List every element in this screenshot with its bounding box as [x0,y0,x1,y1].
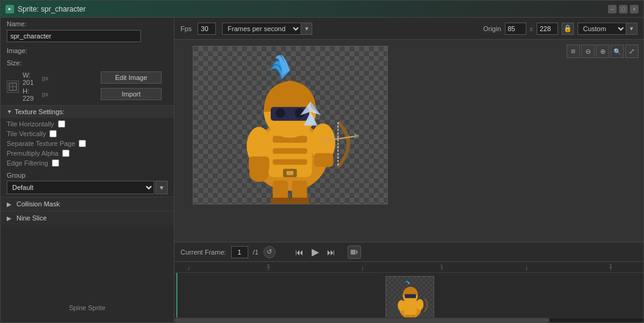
window-title: Sprite: spr_character [18,5,608,13]
canvas-area: ⊞ ⊖ ⊕ 🔍 ⤢ [174,40,643,242]
close-btn[interactable]: × [630,5,639,13]
svg-rect-36 [406,316,410,318]
size-fields: W: 201 px H: 229 px [23,71,49,102]
fps-input[interactable] [198,23,216,35]
timeline-content[interactable] [174,273,643,318]
svg-rect-28 [271,198,290,204]
svg-rect-9 [287,171,293,175]
skip-to-end-btn[interactable]: ⏭ [324,245,338,259]
ruler-tick-3 [442,267,442,270]
tile-v-checkbox[interactable] [49,130,57,137]
texture-options: Tile Horizontally Tile Vertically Separa… [1,118,174,169]
sep-texture-label: Separate Texture Page [7,140,75,147]
svg-rect-19 [314,153,334,167]
image-buttons: Edit Image Import [64,69,168,104]
height-unit: px [42,91,49,98]
main-content: Name: Image: Size: [1,18,643,322]
spine-area: Spine Sprite [1,293,174,322]
import-button[interactable]: Import [101,88,162,100]
timeline-track [174,273,643,318]
image-row: Image: [1,45,174,57]
nine-slice-arrow-icon: ▶ [7,215,12,222]
fps-dropdown: Frames per second ▼ [222,23,312,35]
size-label: Size: [1,57,174,68]
svg-rect-37 [411,316,415,318]
image-label: Image: [7,47,31,54]
edge-filtering-checkbox[interactable] [52,159,59,167]
tile-h-label: Tile Horizontally [7,120,54,128]
minimize-btn[interactable]: – [608,5,617,13]
group-row: Group Default ▼ [1,169,174,197]
title-bar-controls: – □ × [608,5,639,13]
nine-slice-label: Nine Slice [16,214,47,222]
bottom-bar: Current Frame: /1 ↺ ⏮ ▶ ⏭ [174,242,643,261]
canvas-background [193,46,387,204]
maximize-btn[interactable]: □ [619,5,628,13]
svg-marker-31 [356,250,358,255]
origin-preset-select[interactable]: Custom [578,23,626,35]
record-button[interactable] [348,245,361,259]
top-toolbar: Fps Frames per second ▼ Origin x 🔒 [174,18,643,40]
sep-texture-checkbox[interactable] [79,140,86,147]
origin-y-input[interactable] [537,23,558,35]
svg-marker-22 [354,133,359,139]
playhead [176,273,177,318]
zoom-in-btn[interactable]: ⊕ [596,45,609,58]
svg-point-39 [417,299,424,310]
timeline-ruler: 3 1 2 [174,262,643,273]
origin-preset-arrow[interactable]: ▼ [626,23,637,35]
origin-section: Origin x 🔒 Custom ▼ [483,23,637,35]
tile-h-checkbox[interactable] [58,120,65,128]
transport-controls: ⏮ ▶ ⏭ [293,245,338,259]
play-btn[interactable]: ▶ [309,245,322,259]
timeline-scrollbar[interactable] [174,318,643,322]
zoom-reset-btn[interactable]: 🔍 [610,45,624,58]
spine-label: Spine Sprite [7,299,168,316]
svg-rect-14 [287,81,293,91]
fit-btn[interactable]: ⤢ [625,45,639,58]
svg-rect-7 [273,159,307,165]
svg-point-38 [398,300,405,311]
grid-toggle-btn[interactable]: ⊞ [567,45,580,58]
premultiply-label: Premultiply Alpha [7,150,59,157]
collision-arrow-icon: ▶ [7,201,12,208]
nine-slice-header[interactable]: ▶ Nine Slice [1,211,174,225]
premultiply-checkbox[interactable] [62,150,70,157]
size-fields-row: W: 201 px H: 229 px Edit Image Import [1,68,174,105]
svg-rect-35 [405,294,416,299]
timeline-scrollbar-thumb[interactable] [174,318,549,322]
skip-to-start-btn[interactable]: ⏮ [293,245,306,259]
title-bar: ▸ Sprite: spr_character – □ × [1,1,643,18]
lock-button[interactable]: 🔒 [562,23,574,35]
left-panel: Name: Image: Size: [1,18,174,322]
origin-x-label: x [530,25,534,32]
main-window: ▸ Sprite: spr_character – □ × Name: Imag… [0,0,644,323]
loop-button[interactable]: ↺ [263,246,276,258]
origin-x-input[interactable] [505,23,526,35]
nine-slice-section: ▶ Nine Slice [1,211,174,225]
texture-settings-label: Texture Settings: [15,108,65,115]
texture-arrow-icon: ▼ [7,109,12,115]
fps-select-arrow[interactable]: ▼ [301,23,312,35]
group-select-arrow[interactable]: ▼ [156,181,168,194]
origin-label: Origin [483,25,501,32]
collision-mask-header[interactable]: ▶ Collision Mask [1,197,174,211]
texture-settings-header[interactable]: ▼ Texture Settings: [1,105,174,118]
name-input-row [1,30,174,45]
ruler-tick-2 [362,267,363,270]
tile-v-row: Tile Vertically [7,129,168,139]
group-select[interactable]: Default [7,181,154,194]
ruler-tick-1 [268,267,269,270]
name-input[interactable] [7,30,141,42]
edit-image-button[interactable]: Edit Image [101,71,162,84]
thumb-background [386,277,434,318]
name-row: Name: [1,18,174,30]
current-frame-label: Current Frame: [181,249,226,256]
fps-select[interactable]: Frames per second [222,23,301,35]
sprite-canvas [193,46,388,205]
frame-input[interactable] [231,246,248,258]
zoom-out-btn[interactable]: ⊖ [581,45,595,58]
thumb-sprite [386,277,434,318]
width-label: W: 201 [23,71,40,86]
timeline-frame-thumb[interactable] [385,276,434,318]
